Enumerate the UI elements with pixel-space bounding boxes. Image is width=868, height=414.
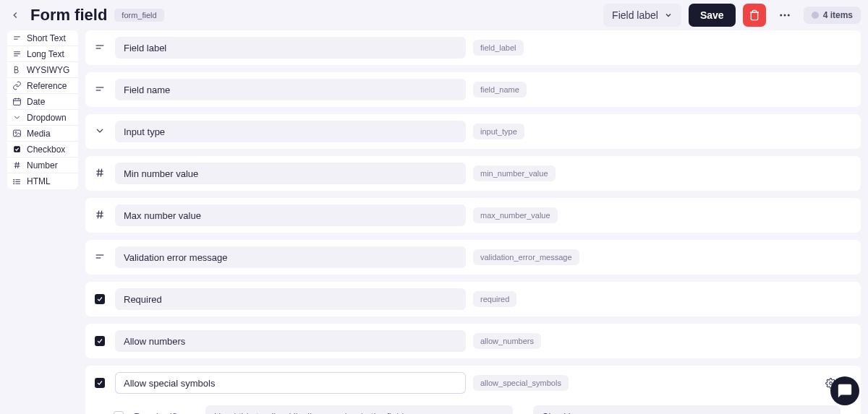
svg-point-0 [780, 14, 782, 17]
drag-handle[interactable] [92, 40, 108, 55]
sidebar-item-long-text[interactable]: Long Text [7, 46, 78, 62]
field-type-select[interactable]: Checkbox [533, 405, 841, 414]
svg-point-24 [13, 183, 14, 184]
field-slug-tag: max_number_value [473, 207, 558, 223]
sort-dropdown-label: Field label [612, 9, 658, 21]
field-card: allow_special_symbols Required? Checkbox [85, 366, 861, 414]
short-text-icon [94, 83, 106, 97]
calendar-icon [12, 97, 22, 107]
checkbox-icon [12, 145, 22, 155]
drag-handle[interactable] [92, 250, 108, 264]
svg-line-31 [98, 168, 98, 176]
field-label-input[interactable] [115, 288, 466, 310]
svg-point-23 [13, 181, 14, 181]
sidebar-item-label: WYSIWYG [27, 65, 69, 75]
sidebar-item-label: HTML [27, 176, 51, 186]
status-dot-icon [812, 12, 819, 19]
sidebar-item-label: Media [27, 129, 51, 139]
list-icon [12, 176, 22, 186]
short-text-icon [12, 33, 22, 43]
link-icon [12, 81, 22, 91]
field-card: required [85, 282, 861, 316]
sidebar-item-wysiwyg[interactable]: WYSIWYG [7, 62, 78, 78]
sidebar-item-label: Reference [27, 81, 67, 91]
sidebar-item-html[interactable]: HTML [7, 173, 78, 189]
sidebar-item-media[interactable]: Media [7, 126, 78, 142]
svg-line-18 [17, 162, 18, 168]
field-description-input[interactable] [205, 405, 513, 414]
field-slug-tag: field_name [473, 82, 527, 98]
chevron-down-icon [12, 113, 22, 123]
field-label-input[interactable] [115, 121, 466, 142]
trash-icon [749, 9, 760, 21]
field-slug-tag: field_label [473, 40, 524, 56]
svg-point-13 [14, 131, 16, 133]
svg-line-17 [15, 162, 16, 168]
field-slug-tag: input_type [473, 124, 524, 139]
field-slug-tag: allow_numbers [473, 333, 541, 349]
chat-icon [837, 383, 853, 399]
field-label-input[interactable] [115, 330, 466, 352]
sidebar-item-label: Dropdown [27, 113, 67, 123]
chevron-down-icon [664, 11, 673, 20]
header: Form field form_field Field label Save 4… [0, 0, 868, 30]
drag-handle[interactable] [92, 292, 108, 306]
field-label-input[interactable] [115, 163, 466, 184]
field-card: field_label [85, 30, 861, 65]
field-settings-panel: Required? Checkbox Default value The che… [92, 405, 854, 414]
drag-handle[interactable] [92, 334, 108, 348]
svg-line-32 [101, 168, 101, 176]
field-card: input_type [85, 114, 861, 149]
wysiwyg-icon [12, 65, 22, 75]
field-card: field_name [85, 72, 861, 107]
sidebar-item-reference[interactable]: Reference [7, 78, 78, 94]
drag-handle[interactable] [92, 82, 108, 97]
sidebar-item-label: Number [27, 160, 58, 171]
field-slug-tag: validation_error_message [473, 249, 579, 265]
sidebar-item-number[interactable]: Number [7, 158, 78, 173]
field-card: min_number_value [85, 156, 861, 191]
sidebar-item-dropdown[interactable]: Dropdown [7, 110, 78, 126]
drag-handle[interactable] [92, 208, 108, 223]
field-card: validation_error_message [85, 240, 861, 275]
field-card: allow_numbers [85, 324, 861, 358]
sidebar-item-label: Checkbox [27, 145, 65, 155]
svg-line-35 [98, 210, 98, 218]
svg-point-1 [783, 14, 786, 17]
field-label-input[interactable] [115, 204, 466, 226]
field-slug-tag: allow_special_symbols [473, 375, 569, 391]
chat-widget[interactable] [830, 376, 859, 405]
sidebar-item-label: Long Text [27, 49, 64, 59]
checkbox-icon [95, 294, 105, 304]
required-label: Required? [134, 411, 195, 415]
svg-rect-8 [13, 99, 20, 105]
required-checkbox[interactable] [114, 411, 124, 414]
sidebar-item-date[interactable]: Date [7, 94, 78, 110]
more-button[interactable] [773, 4, 796, 27]
field-label-input[interactable] [115, 37, 466, 59]
items-count-badge[interactable]: 4 items [804, 7, 861, 24]
sidebar-item-short-text[interactable]: Short Text [7, 30, 78, 46]
long-text-icon [12, 49, 22, 59]
hash-icon [12, 160, 22, 171]
drag-handle[interactable] [92, 376, 108, 390]
field-label-input[interactable] [115, 79, 466, 100]
sidebar-item-checkbox[interactable]: Checkbox [7, 142, 78, 158]
drag-handle[interactable] [92, 166, 108, 181]
field-card: max_number_value [85, 198, 861, 233]
field-type-selected: Checkbox [542, 411, 584, 415]
sort-dropdown[interactable]: Field label [603, 4, 681, 27]
save-button[interactable]: Save [689, 4, 736, 27]
sidebar-item-label: Short Text [27, 33, 66, 43]
hash-icon [94, 209, 106, 223]
field-label-input[interactable] [115, 372, 466, 394]
delete-button[interactable] [743, 4, 766, 27]
back-button[interactable] [7, 7, 23, 23]
field-slug-tag: required [473, 291, 516, 307]
short-text-icon [94, 41, 106, 55]
field-type-sidebar: Short Text Long Text WYSIWYG Reference D… [7, 30, 78, 189]
short-text-icon [94, 251, 106, 264]
sidebar-item-label: Date [27, 97, 45, 107]
field-label-input[interactable] [115, 246, 466, 268]
drag-handle[interactable] [92, 124, 108, 139]
